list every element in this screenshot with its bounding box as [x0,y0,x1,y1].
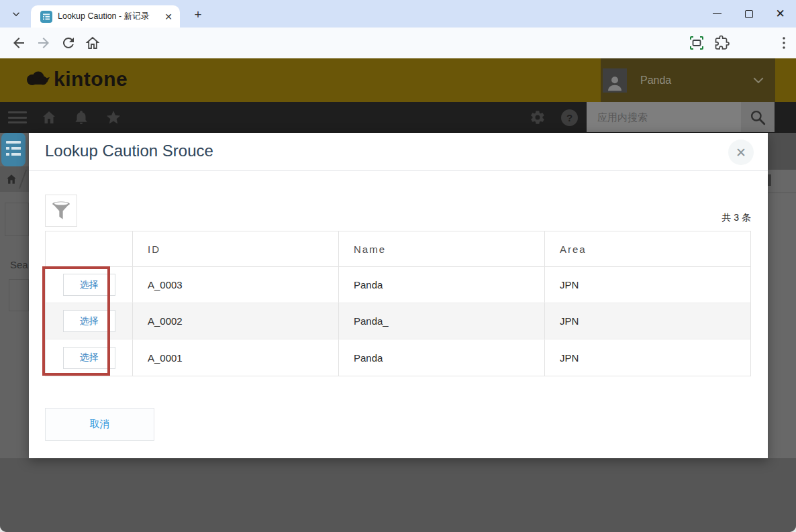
kintone-app-favicon-icon [40,11,52,23]
kintone-navbar: ? [0,102,796,133]
cell-area: JPN [544,339,750,376]
magnifier-icon [749,109,766,126]
lookup-dialog: Lookup Caution Srouce ✕ 共 3 条 ID Name Ar… [29,133,768,458]
portal-home-icon[interactable] [41,109,57,125]
tab-strip: Lookup Caution - 新记录 ✕ + ✕ [0,0,796,28]
user-menu-chevron-icon [752,76,764,85]
app-search-input[interactable] [587,102,741,132]
select-button-row1[interactable]: 选择 [63,274,115,296]
tab-title: Lookup Caution - 新记录 [58,11,162,22]
window-close-button[interactable]: ✕ [764,0,796,28]
lookup-table: ID Name Area 选择 A_0003 Panda JPN 选择 A_00… [45,231,751,376]
dimmed-input-box [9,279,29,311]
kintone-header: kintone Panda [0,58,796,102]
select-button-row2[interactable]: 选择 [63,310,115,332]
notifications-bell-icon[interactable] [73,109,89,125]
help-icon[interactable]: ? [561,109,578,126]
tab-close-icon[interactable]: ✕ [162,11,175,23]
kintone-logo-text: kintone [54,68,128,91]
kintone-cloud-icon [24,69,51,89]
favorites-star-icon[interactable] [105,109,121,125]
cell-area: JPN [544,267,750,303]
select-button-row3[interactable]: 选择 [63,347,115,369]
browser-toolbar: pandafirm.cybozu.com/k/3167/edit G 文 S [0,28,796,58]
dimmed-page-bottom [0,458,796,532]
tab-search-chevron-icon[interactable] [7,5,26,23]
cell-id: A_0003 [132,267,338,303]
dialog-title: Lookup Caution Srouce [45,142,213,160]
home-icon[interactable] [85,35,101,51]
extensions-puzzle-icon[interactable] [714,35,730,51]
lookup-dialog-header: Lookup Caution Srouce ✕ [29,133,768,171]
dimmed-home-icon [5,173,17,185]
window-minimize-button[interactable] [701,0,733,28]
kintone-logo[interactable]: kintone [24,68,128,91]
cell-id: A_0001 [132,339,338,376]
table-header-row: ID Name Area [46,231,750,267]
browser-window: Lookup Caution - 新记录 ✕ + ✕ pandafirm.cyb… [0,0,796,532]
minimize-icon [713,13,722,14]
dimmed-breadcrumb [0,166,29,192]
search-submit-button[interactable] [741,102,775,132]
dimmed-page-right [768,133,796,458]
window-controls: ✕ [701,0,796,28]
header-area: Area [544,231,750,266]
header-select [46,231,132,266]
browser-menu-kebab-icon[interactable] [776,35,792,51]
dimmed-page-left: Sea [0,133,29,458]
close-icon: ✕ [775,8,785,19]
dialog-close-button[interactable]: ✕ [728,140,754,165]
cell-name: Panda [338,267,544,303]
app-search-box[interactable] [587,102,775,132]
maximize-icon [745,10,753,18]
cell-id: A_0002 [132,303,338,339]
user-avatar [603,68,627,93]
person-icon [605,72,625,93]
dimmed-search-label-fragment: Sea [10,259,28,270]
user-name: Panda [640,74,752,87]
screen-capture-extension-icon[interactable] [689,35,705,51]
filter-button[interactable] [45,195,77,227]
dimmed-app-icon [1,133,26,166]
cancel-button[interactable]: 取消 [45,408,154,441]
new-tab-button[interactable]: + [189,6,207,23]
hamburger-menu-icon[interactable] [8,111,27,123]
funnel-icon [50,199,72,222]
record-count: 共 3 条 [722,212,751,224]
user-menu[interactable]: Panda [601,58,775,102]
settings-gear-icon[interactable] [530,109,546,125]
table-row: 选择 A_0002 Panda_ JPN [46,303,750,339]
forward-icon[interactable] [36,35,52,51]
reload-icon[interactable] [60,35,77,51]
header-name: Name [338,231,544,266]
header-id: ID [132,231,338,266]
cell-name: Panda [338,339,544,376]
table-row: 选择 A_0003 Panda JPN [46,267,750,303]
cell-name: Panda_ [338,303,544,339]
browser-tab[interactable]: Lookup Caution - 新记录 ✕ [31,5,180,28]
cell-area: JPN [544,303,750,339]
back-icon[interactable] [11,35,27,51]
window-maximize-button[interactable] [733,0,764,28]
dimmed-panel-box [5,203,29,236]
table-row: 选择 A_0001 Panda JPN [46,339,750,376]
